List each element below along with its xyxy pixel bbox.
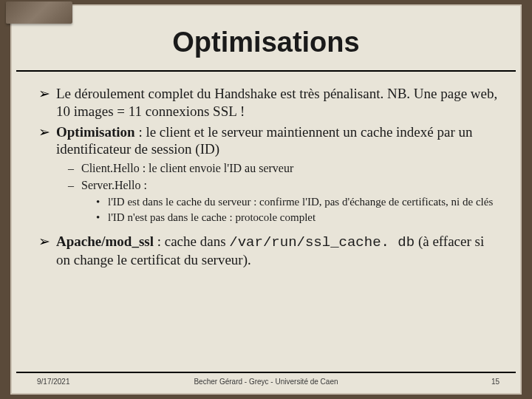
slide-footer: 9/17/2021 Becher Gérard - Greyc - Univer… — [12, 372, 520, 386]
dot-bullet-icon: • — [96, 195, 108, 210]
arrow-bullet-icon: ➢ — [38, 85, 56, 103]
dot-bullet-icon: • — [96, 211, 108, 225]
dash-bullet-icon: – — [68, 161, 81, 177]
bullet-item: ➢Apache/mod_ssl : cache dans /var/run/ss… — [38, 233, 499, 270]
footer-center: Becher Gérard - Greyc - Université de Ca… — [12, 378, 520, 386]
footer-date: 9/17/2021 — [37, 378, 70, 386]
text-run: Le déroulement complet du Handshake est … — [56, 86, 497, 119]
bullet-item: •l'ID n'est pas dans le cache : protocol… — [96, 211, 499, 225]
arrow-bullet-icon: ➢ — [38, 233, 56, 250]
text-run: l'ID n'est pas dans le cache : protocole… — [108, 211, 316, 223]
arrow-bullet-icon: ➢ — [38, 123, 56, 141]
text-run: Server.Hello : — [81, 179, 147, 191]
slide-title: Optimisations — [12, 6, 520, 64]
bullet-item: –Server.Hello : — [68, 178, 499, 194]
footer-rule — [16, 372, 516, 373]
bullet-item: •l'ID est dans le cache du serveur : con… — [96, 195, 499, 210]
text-run: Client.Hello : le client envoie l'ID au … — [81, 162, 293, 174]
text-run: Optimisation — [56, 124, 135, 140]
dash-bullet-icon: – — [68, 178, 81, 194]
footer-page: 15 — [491, 378, 499, 386]
bullet-item: ➢Le déroulement complet du Handshake est… — [38, 85, 499, 120]
bullet-item: ➢Optimisation : le client et le serveur … — [38, 123, 499, 159]
text-run: : cache dans — [154, 233, 229, 249]
bullet-item: –Client.Hello : le client envoie l'ID au… — [68, 161, 499, 177]
text-run: Apache/mod_ssl — [56, 233, 154, 249]
title-rule — [16, 70, 516, 72]
text-run: l'ID est dans le cache du serveur : conf… — [108, 196, 493, 208]
text-run: /var/run/ssl_cache. db — [229, 234, 415, 250]
slide-content: ➢Le déroulement complet du Handshake est… — [12, 85, 520, 269]
slide-frame: Optimisations ➢Le déroulement complet du… — [10, 4, 522, 395]
